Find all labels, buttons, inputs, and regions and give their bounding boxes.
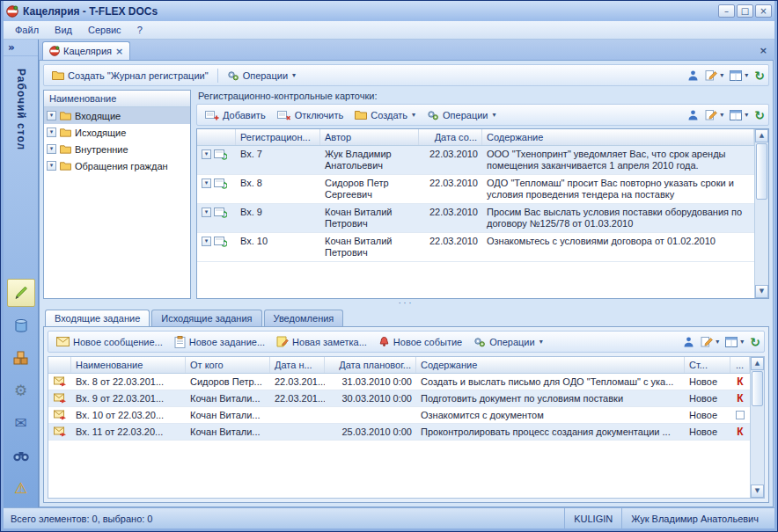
menu-service[interactable]: Сервис <box>80 22 129 38</box>
tab-incoming-tasks[interactable]: Входящие задание <box>45 310 150 326</box>
toolbar-separator <box>217 69 218 83</box>
expander-icon[interactable]: ▾ <box>47 144 56 154</box>
menu-view[interactable]: Вид <box>47 22 80 38</box>
scroll-thumb[interactable] <box>756 143 767 200</box>
column-header-content[interactable]: Содержание <box>416 357 685 373</box>
new-task-button[interactable]: Новое задание... <box>170 334 269 350</box>
binoculars-icon <box>12 448 30 463</box>
sidebar-item-clerical[interactable] <box>7 279 35 307</box>
scroll-thumb[interactable] <box>752 371 763 406</box>
menu-bar: Файл Вид Сервис ? <box>4 21 774 40</box>
column-header-registration[interactable]: Регистрацион... <box>236 129 320 145</box>
row-expander-icon[interactable]: ▾ <box>202 149 211 159</box>
minimize-button[interactable]: – <box>718 4 735 18</box>
operations-button[interactable]: Операции ▾ <box>223 68 300 84</box>
tree-item-incoming[interactable]: ▾ Входящие <box>44 107 190 124</box>
user-permissions-button[interactable] <box>687 69 699 81</box>
refresh-button[interactable]: ↻ <box>754 69 765 82</box>
tabstrip-close-icon[interactable]: × <box>758 45 769 56</box>
tab-close-icon[interactable]: × <box>115 46 123 57</box>
task-from: Кочан Витали... <box>186 424 270 440</box>
edit-form-button[interactable]: ▾ <box>705 109 723 120</box>
tasks-scrollbar[interactable]: ▲ ▼ <box>750 357 764 498</box>
tasks-tabstrip: Входящие задание Исходящие задания Уведо… <box>43 308 769 326</box>
horizontal-splitter[interactable]: ··· <box>43 299 769 308</box>
cards-scrollbar[interactable]: ▲ ▼ <box>754 129 768 298</box>
task-status: Новое <box>685 390 730 406</box>
card-row[interactable]: ▾ Вх. 8 Сидоров Петр Сергеевич 22.03.201… <box>197 175 754 204</box>
tree-column-header[interactable]: Наименование <box>44 91 190 107</box>
desktop-sidebar: » Рабочий стол ⚙ ✉ ⚠ <box>4 40 39 507</box>
sidebar-item-settings[interactable]: ⚙ <box>7 376 35 404</box>
refresh-button[interactable]: ↻ <box>750 336 760 348</box>
scroll-up-icon[interactable]: ▲ <box>751 357 764 370</box>
edit-form-button[interactable]: ▾ <box>701 336 719 347</box>
add-button[interactable]: Добавить <box>201 107 270 123</box>
column-header-status[interactable]: Ст... <box>685 357 730 373</box>
column-header-date[interactable]: Дата со... <box>419 129 482 145</box>
app-window: Кацелярия - T-FLEX DOCs – □ × Файл Вид С… <box>0 0 778 532</box>
refresh-button[interactable]: ↻ <box>754 109 765 121</box>
folder-icon <box>60 144 71 154</box>
tree-item-outgoing[interactable]: ▾ Исходящие <box>44 124 190 141</box>
sidebar-item-search[interactable] <box>7 441 35 470</box>
expander-icon[interactable]: ▾ <box>47 111 56 120</box>
column-header-name[interactable]: Наименование <box>71 357 186 373</box>
app-logo-icon <box>49 46 60 56</box>
column-header-more[interactable]: ... <box>730 357 750 373</box>
status-user: KULIGIN <box>564 508 621 528</box>
expander-icon[interactable]: ▾ <box>47 128 56 137</box>
edit-form-button[interactable]: ▾ <box>705 69 723 81</box>
folder-icon <box>60 111 71 120</box>
sidebar-item-database[interactable] <box>7 311 35 339</box>
column-header-content[interactable]: Содержание <box>482 129 754 145</box>
column-header-plan-date[interactable]: Дата плановог... <box>325 357 416 373</box>
expander-icon[interactable]: ▾ <box>47 161 56 171</box>
cards-operations-button[interactable]: Операции ▾ <box>422 107 500 123</box>
menu-help[interactable]: ? <box>129 22 150 38</box>
task-row[interactable]: Вх. 8 от 22.03.201... Сидоров Петр... 22… <box>48 374 750 390</box>
sidebar-collapse-button[interactable]: » <box>4 40 38 56</box>
task-checkbox[interactable] <box>736 411 745 419</box>
menu-file[interactable]: Файл <box>7 22 47 38</box>
card-row[interactable]: ▾ Вх. 7 Жук Владимир Анатольевич 22.03.2… <box>197 146 754 175</box>
scroll-down-icon[interactable]: ▼ <box>755 285 768 298</box>
card-row[interactable]: ▾ Вх. 9 Кочан Виталий Петрович 22.03.201… <box>197 204 754 233</box>
tree-item-citizen-appeals[interactable]: ▾ Обращения граждан <box>44 157 190 174</box>
row-expander-icon[interactable]: ▾ <box>202 208 211 217</box>
row-expander-icon[interactable]: ▾ <box>202 237 211 246</box>
journals-tree-panel: Наименование ▾ Входящие ▾ Исходящие <box>43 90 191 299</box>
task-row[interactable]: Вх. 11 от 22.03.20... Кочан Витали... 25… <box>48 424 750 441</box>
tasks-operations-button[interactable]: Операции ▾ <box>469 334 547 350</box>
scroll-down-icon[interactable]: ▼ <box>751 485 764 498</box>
view-layout-button[interactable]: ▾ <box>725 337 744 347</box>
sidebar-item-mail[interactable]: ✉ <box>7 409 35 437</box>
card-author: Жук Владимир Анатольевич <box>320 146 419 174</box>
close-button[interactable]: × <box>755 4 772 18</box>
tab-notifications[interactable]: Уведомления <box>264 310 344 326</box>
create-button[interactable]: Создать ▾ <box>350 108 420 122</box>
column-header-start-date[interactable]: Дата н... <box>270 357 325 373</box>
task-row[interactable]: Вх. 9 от 22.03.201... Кочан Витали... 22… <box>48 390 750 407</box>
task-row[interactable]: Вх. 10 от 22.03.20... Кочан Витали... Оз… <box>48 407 750 424</box>
tab-outgoing-tasks[interactable]: Исходящие задания <box>151 310 261 326</box>
view-layout-button[interactable]: ▾ <box>730 70 748 81</box>
tab-kancelyariya[interactable]: Кацелярия × <box>42 41 130 60</box>
sidebar-item-archive[interactable] <box>7 344 35 372</box>
detach-button[interactable]: Отключить <box>273 107 349 123</box>
sidebar-item-warnings[interactable]: ⚠ <box>7 474 35 502</box>
scroll-up-icon[interactable]: ▲ <box>755 129 768 142</box>
column-header-author[interactable]: Автор <box>320 129 419 145</box>
column-header-from[interactable]: От кого <box>186 357 270 373</box>
row-expander-icon[interactable]: ▾ <box>202 179 211 188</box>
tree-item-internal[interactable]: ▾ Внутренние <box>44 141 190 157</box>
new-event-button[interactable]: Новое событие <box>374 334 466 349</box>
maximize-button[interactable]: □ <box>737 4 753 18</box>
new-message-button[interactable]: Новое сообщение... <box>52 335 167 349</box>
create-journal-button[interactable]: Создать "Журнал регистрации" <box>48 69 213 83</box>
view-layout-button[interactable]: ▾ <box>730 110 748 120</box>
user-permissions-button[interactable] <box>683 336 694 347</box>
card-row[interactable]: ▾ Вх. 10 Кочан Виталий Петрович 22.03.20… <box>197 233 754 262</box>
new-note-button[interactable]: Новая заметка... <box>272 334 371 349</box>
user-permissions-button[interactable] <box>687 109 699 120</box>
